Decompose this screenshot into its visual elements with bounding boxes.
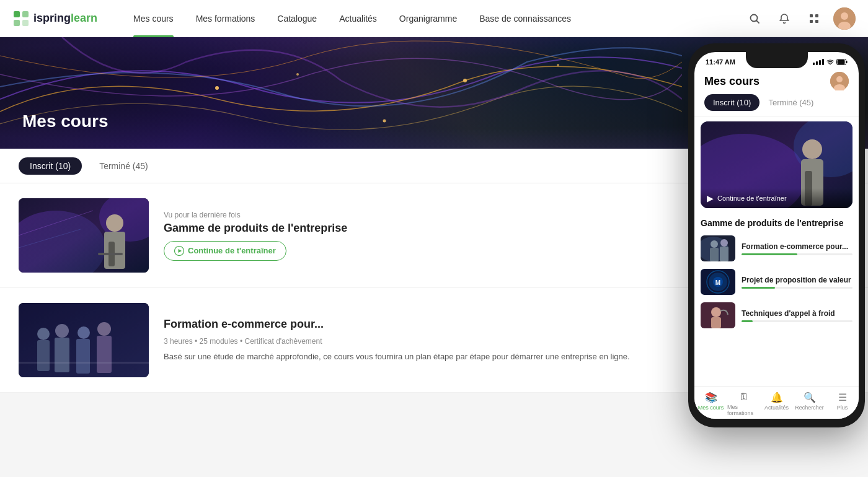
svg-point-57 — [711, 240, 718, 248]
phone-list-progress-fill — [742, 320, 753, 322]
phone-screen: 11:47 AM — [694, 52, 859, 419]
course-thumbnail — [19, 303, 149, 377]
phone-hero-overlay: ▶ Continue de t'entraîner — [701, 188, 852, 208]
signal-icon — [813, 59, 824, 65]
bell-icon — [779, 13, 790, 24]
user-avatar[interactable] — [833, 7, 856, 30]
svg-point-16 — [463, 79, 467, 82]
phone-avatar — [830, 72, 849, 90]
phone-list-thumbnail — [701, 302, 735, 328]
menu-icon: ☰ — [838, 392, 847, 403]
svg-rect-1 — [22, 11, 29, 17]
phone-list-item: Techniques d'appel à froid — [694, 299, 859, 332]
course-meta: 3 heures • 25 modules • Certificat d'ach… — [164, 337, 723, 346]
phone-list-thumbnail: M — [701, 269, 735, 295]
phone-list-progress-bg — [742, 287, 852, 289]
phone-nav-mes-cours[interactable]: 📚 Mes cours — [694, 392, 727, 416]
phone-nav-label: Mes formations — [727, 404, 760, 416]
svg-point-13 — [215, 86, 219, 90]
nav-item-catalogue[interactable]: Catalogue — [266, 0, 328, 37]
phone-list-progress-fill — [742, 253, 797, 255]
phone-shell: 11:47 AM — [688, 43, 865, 427]
phone-tab-inscrit[interactable]: Inscrit (10) — [704, 94, 760, 111]
phone-play-icon: ▶ — [707, 193, 714, 203]
course-thumbnail — [19, 198, 149, 273]
avatar-image — [833, 7, 856, 30]
svg-point-68 — [711, 307, 721, 317]
course-thumb-image — [19, 198, 149, 273]
phone-list-item: Formation e-commerce pour... — [694, 232, 859, 265]
nav-right — [744, 7, 856, 30]
search-icon: 🔍 — [804, 392, 816, 403]
apps-button[interactable] — [804, 8, 825, 29]
svg-rect-45 — [838, 60, 845, 64]
phone-nav-plus[interactable]: ☰ Plus — [826, 392, 859, 416]
svg-rect-2 — [14, 20, 20, 26]
phone-nav-actualites[interactable]: 🔔 Actualités — [760, 392, 793, 416]
nav-item-mes-formations[interactable]: Mes formations — [185, 0, 267, 37]
phone-mockup: 11:47 AM — [676, 37, 868, 477]
svg-rect-3 — [22, 20, 29, 26]
phone-nav-label: Plus — [837, 405, 848, 411]
svg-line-5 — [757, 20, 760, 23]
phone-list-info: Formation e-commerce pour... — [742, 242, 852, 255]
phone-course-list: Formation e-commerce pour... M — [694, 232, 859, 332]
svg-point-42 — [830, 64, 831, 65]
notifications-button[interactable] — [774, 8, 795, 29]
svg-rect-58 — [710, 248, 719, 261]
svg-point-14 — [383, 120, 386, 123]
tab-inscrit[interactable]: Inscrit (10) — [19, 157, 82, 175]
course-label: Vu pour la dernière fois — [164, 211, 723, 219]
book-icon: 📚 — [705, 392, 717, 403]
tab-termine[interactable]: Terminé (45) — [88, 157, 159, 175]
phone-notch — [746, 52, 808, 68]
svg-rect-41 — [19, 303, 149, 377]
svg-rect-7 — [815, 14, 818, 17]
phone-hero-course-name: Gamme de produits de l'entreprise — [694, 213, 859, 232]
calendar-icon: 🗓 — [739, 392, 749, 403]
phone-list-item: M Projet de proposition de valeur — [694, 265, 859, 299]
nav-item-mes-cours[interactable]: Mes cours — [122, 0, 185, 37]
logo[interactable]: ispringlearn — [12, 10, 97, 27]
phone-list-title: Formation e-commerce pour... — [742, 242, 852, 251]
wifi-icon — [826, 59, 834, 65]
phone-tab-termine[interactable]: Terminé (45) — [760, 94, 822, 111]
logo-text: ispringlearn — [33, 12, 97, 25]
nav-links: Mes cours Mes formations Catalogue Actua… — [122, 0, 744, 37]
bell-icon: 🔔 — [771, 392, 783, 403]
continue-button[interactable]: Continue de t'entraîner — [164, 241, 286, 261]
phone-time: 11:47 AM — [706, 58, 735, 66]
phone-hero-card: ▶ Continue de t'entraîner — [701, 121, 852, 208]
svg-point-59 — [720, 239, 728, 247]
phone-nav-label: Mes cours — [698, 405, 724, 411]
phone-list-info: Techniques d'appel à froid — [742, 309, 852, 322]
svg-point-52 — [802, 139, 822, 159]
phone-hero-cta: Continue de t'entraîner — [717, 195, 787, 202]
phone-list-info: Projet de proposition de valeur — [742, 276, 852, 289]
course-info: Vu pour la dernière fois Gamme de produi… — [164, 211, 723, 261]
phone-tabs: Inscrit (10) Terminé (45) — [694, 94, 859, 116]
svg-point-11 — [841, 12, 848, 20]
phone-title: Mes cours — [704, 75, 760, 88]
phone-nav-mes-formations[interactable]: 🗓 Mes formations — [727, 392, 760, 416]
phone-list-title: Projet de proposition de valeur — [742, 276, 852, 284]
svg-rect-9 — [815, 20, 818, 23]
search-button[interactable] — [744, 8, 765, 29]
phone-list-progress-fill — [742, 287, 775, 289]
phone-list-thumbnail — [701, 235, 735, 261]
course-info: Formation e-commerce pour... 3 heures • … — [164, 318, 723, 363]
svg-rect-0 — [14, 11, 20, 17]
phone-nav-recherche[interactable]: 🔍 Rechercher — [793, 392, 826, 416]
svg-rect-44 — [846, 61, 848, 63]
svg-rect-8 — [810, 20, 813, 23]
svg-rect-26 — [98, 253, 123, 255]
svg-text:M: M — [715, 279, 720, 286]
course-name: Formation e-commerce pour... — [164, 318, 723, 331]
nav-item-actualites[interactable]: Actualités — [328, 0, 388, 37]
svg-point-15 — [296, 73, 299, 76]
nav-item-base-connaissances[interactable]: Base de connaissances — [468, 0, 582, 37]
course-description: Basé sur une étude de marché approfondie… — [164, 351, 723, 363]
navbar: ispringlearn Mes cours Mes formations Ca… — [0, 0, 868, 37]
nav-item-organigramme[interactable]: Organigramme — [388, 0, 468, 37]
play-icon — [174, 246, 184, 256]
